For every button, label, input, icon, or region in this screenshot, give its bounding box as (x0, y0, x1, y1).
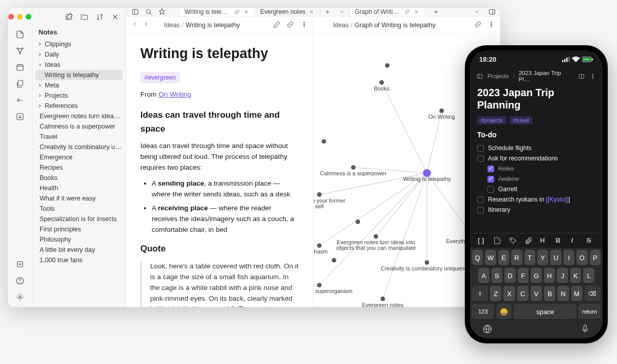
todo-item[interactable]: Itinerary (477, 205, 595, 215)
todo-item[interactable]: Schedule flights (477, 143, 595, 153)
todo-item[interactable]: Ask for recommendations (477, 153, 595, 163)
key[interactable]: X (503, 286, 515, 301)
phone-breadcrumb[interactable]: Projects/2023 Japan Trip Pl… (470, 68, 603, 86)
tree-note[interactable]: 1,000 true fans (32, 255, 125, 265)
forward-icon[interactable] (142, 21, 150, 28)
new-file-icon[interactable] (15, 30, 25, 39)
tab-menu-right-button[interactable] (469, 8, 484, 16)
close-icon[interactable] (413, 9, 420, 15)
tree-folder[interactable]: Meta (32, 80, 125, 90)
key[interactable]: J (557, 268, 568, 283)
todo-item[interactable]: Garrett (477, 184, 595, 194)
tree-note[interactable]: Books (32, 173, 125, 183)
key-return[interactable]: return (578, 304, 601, 319)
tree-folder[interactable]: References (32, 101, 125, 111)
key[interactable]: P (590, 250, 601, 265)
attachment-icon[interactable] (524, 236, 533, 245)
key-⌫[interactable]: ⌫ (585, 286, 601, 301)
close-icon[interactable] (243, 9, 249, 15)
key[interactable]: O (576, 250, 587, 265)
graph-icon[interactable] (15, 46, 25, 56)
tree-note[interactable]: Tools (32, 204, 125, 214)
globe-icon[interactable] (482, 324, 493, 334)
calendar-icon[interactable] (15, 63, 25, 72)
tree-folder[interactable]: Clippings (32, 39, 125, 49)
sidebar-toggle-icon[interactable] (131, 8, 139, 16)
tree-note[interactable]: Evergreen notes turn ideas… (32, 111, 125, 121)
key[interactable]: Q (472, 250, 483, 265)
note-title[interactable]: Writing is telepathy (140, 43, 299, 65)
tree-note[interactable]: A little bit every day (32, 245, 125, 255)
key[interactable]: K (570, 268, 582, 283)
command-icon[interactable] (15, 96, 25, 105)
key[interactable]: G (531, 268, 542, 283)
italic-button[interactable]: I (571, 236, 579, 245)
sort-icon[interactable] (96, 13, 104, 21)
tree-note[interactable]: Health (32, 183, 125, 193)
todo-item[interactable]: Keiko (477, 163, 595, 174)
collapse-icon[interactable] (111, 13, 119, 21)
bold-button[interactable]: B (555, 236, 564, 245)
key[interactable]: U (550, 250, 561, 265)
link-icon[interactable] (474, 21, 482, 28)
more-icon[interactable] (487, 21, 495, 28)
tab[interactable]: Graph of Writing is t (350, 8, 425, 16)
tree-note[interactable]: Creativity is combinatory u… (32, 142, 125, 152)
file-tree[interactable]: ClippingsDailyIdeasWriting is telepathyM… (32, 39, 125, 307)
tag-evergreen[interactable]: #evergreen (140, 72, 180, 84)
key[interactable]: A (478, 268, 489, 283)
key[interactable]: L (583, 268, 594, 283)
key[interactable]: I (564, 250, 574, 265)
key-space[interactable]: space (514, 304, 576, 319)
tree-note[interactable]: Travel (32, 132, 125, 142)
key[interactable]: V (531, 286, 542, 301)
files-icon[interactable] (15, 79, 25, 88)
tree-note[interactable]: First principles (32, 224, 125, 234)
key[interactable]: S (492, 268, 503, 283)
more-icon[interactable] (589, 72, 596, 80)
back-icon[interactable] (131, 21, 138, 28)
right-sidebar-toggle-icon[interactable] (488, 8, 496, 16)
maximize-window-icon[interactable] (26, 14, 31, 20)
checkbox[interactable] (487, 176, 494, 183)
export-icon[interactable] (15, 112, 25, 121)
key[interactable]: H (544, 268, 555, 283)
tree-note[interactable]: Specialization is for insects (32, 214, 125, 224)
checkbox[interactable] (477, 145, 484, 152)
more-icon[interactable] (300, 21, 308, 28)
from-link[interactable]: On Writing (158, 90, 191, 98)
checkbox[interactable] (487, 186, 494, 193)
key-😀[interactable]: 😀 (496, 304, 512, 319)
tag-icon[interactable] (509, 236, 517, 245)
key[interactable]: D (504, 268, 516, 283)
tree-note[interactable]: Writing is telepathy (35, 70, 122, 80)
close-icon[interactable] (308, 9, 315, 15)
key[interactable]: B (544, 286, 555, 301)
window-controls[interactable] (8, 12, 31, 23)
phone-note-title[interactable]: 2023 Japan Trip Planning (477, 86, 595, 111)
star-icon[interactable] (158, 8, 166, 16)
tree-folder[interactable]: Ideas (32, 60, 125, 70)
phone-tag[interactable]: #travel (510, 116, 533, 124)
todo-item[interactable]: Andrew (477, 174, 595, 184)
tree-folder[interactable]: Projects (32, 90, 125, 101)
key[interactable]: Y (537, 250, 548, 265)
heading-button[interactable]: H (540, 236, 548, 245)
new-note-icon[interactable] (65, 13, 73, 21)
key[interactable]: W (485, 250, 496, 265)
vault-icon[interactable] (15, 260, 25, 269)
new-tab-right-button[interactable] (429, 8, 443, 16)
help-icon[interactable] (15, 276, 25, 285)
tree-note[interactable]: What if it were easy (32, 193, 125, 204)
editor-content[interactable]: Writing is telepathy #evergreen From On … (126, 34, 313, 307)
settings-icon[interactable] (15, 293, 25, 302)
sidebar-icon[interactable] (476, 72, 483, 80)
key-⇧[interactable]: ⇧ (472, 286, 488, 301)
new-folder-icon[interactable] (80, 13, 88, 21)
tree-note[interactable]: Emergence (32, 152, 125, 162)
breadcrumb[interactable]: Ideas/Writing is telepathy (164, 22, 240, 29)
link-icon[interactable] (286, 21, 294, 28)
edit-icon[interactable] (273, 21, 281, 28)
file-icon[interactable] (493, 236, 501, 245)
checkbox[interactable] (477, 155, 484, 162)
